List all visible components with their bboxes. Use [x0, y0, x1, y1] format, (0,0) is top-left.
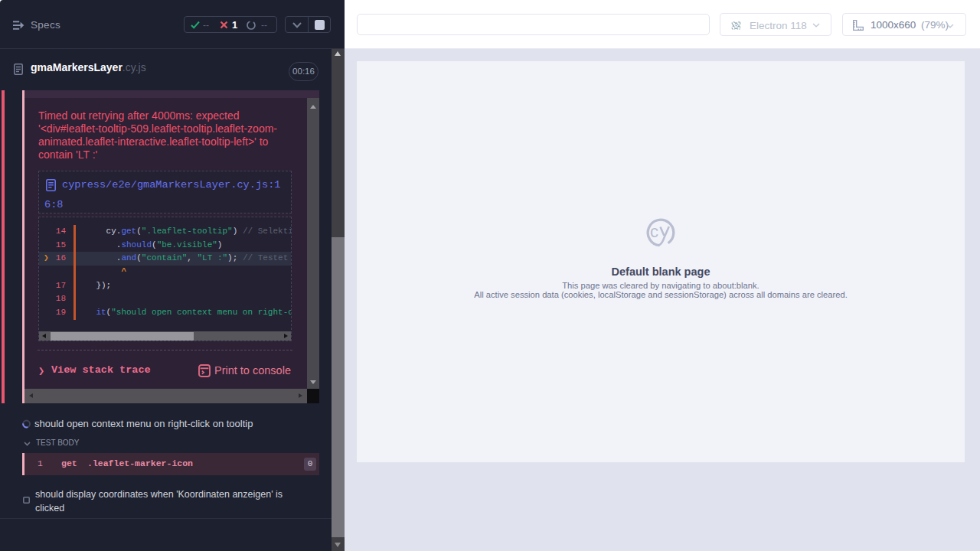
svg-text:c: c [650, 222, 658, 241]
